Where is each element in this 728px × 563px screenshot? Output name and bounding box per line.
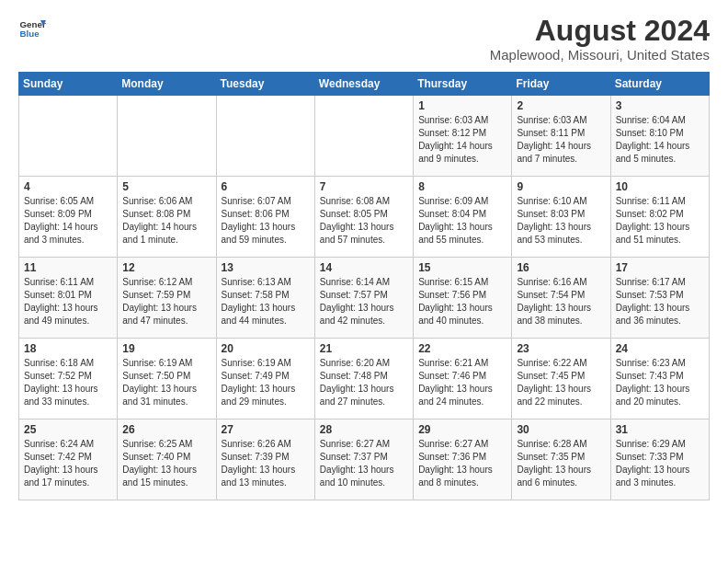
day-number: 1 — [418, 99, 506, 112]
day-number: 9 — [517, 180, 605, 193]
day-number: 30 — [517, 423, 605, 436]
svg-text:Blue: Blue — [20, 29, 40, 39]
day-info: Sunrise: 6:28 AM Sunset: 7:35 PM Dayligh… — [517, 438, 605, 489]
week-row-2: 4Sunrise: 6:05 AM Sunset: 8:09 PM Daylig… — [19, 177, 710, 258]
day-info: Sunrise: 6:04 AM Sunset: 8:10 PM Dayligh… — [616, 114, 704, 166]
day-info: Sunrise: 6:20 AM Sunset: 7:48 PM Dayligh… — [320, 357, 408, 408]
calendar-cell: 22Sunrise: 6:21 AM Sunset: 7:46 PM Dayli… — [414, 339, 512, 419]
calendar-cell: 19Sunrise: 6:19 AM Sunset: 7:50 PM Dayli… — [118, 339, 216, 419]
calendar-cell: 4Sunrise: 6:05 AM Sunset: 8:09 PM Daylig… — [19, 177, 118, 258]
header-monday: Monday — [118, 73, 216, 96]
day-info: Sunrise: 6:07 AM Sunset: 8:06 PM Dayligh… — [222, 195, 310, 247]
day-number: 29 — [418, 423, 506, 436]
calendar-cell: 17Sunrise: 6:17 AM Sunset: 7:53 PM Dayli… — [610, 258, 709, 339]
day-info: Sunrise: 6:16 AM Sunset: 7:54 PM Dayligh… — [517, 276, 605, 327]
calendar-title: August 2024 — [490, 15, 710, 47]
day-number: 26 — [122, 423, 210, 436]
day-info: Sunrise: 6:08 AM Sunset: 8:05 PM Dayligh… — [320, 195, 408, 247]
day-number: 27 — [222, 423, 310, 436]
logo: General Blue — [18, 15, 46, 42]
page-header: General Blue August 2024 Maplewood, Miss… — [18, 15, 710, 63]
week-row-3: 11Sunrise: 6:11 AM Sunset: 8:01 PM Dayli… — [19, 258, 710, 339]
day-info: Sunrise: 6:09 AM Sunset: 8:04 PM Dayligh… — [418, 195, 506, 247]
day-info: Sunrise: 6:18 AM Sunset: 7:52 PM Dayligh… — [24, 357, 112, 408]
day-number: 18 — [24, 342, 112, 355]
calendar-cell: 11Sunrise: 6:11 AM Sunset: 8:01 PM Dayli… — [19, 258, 118, 339]
logo-icon: General Blue — [18, 15, 46, 42]
day-number: 15 — [418, 261, 506, 274]
day-info: Sunrise: 6:13 AM Sunset: 7:58 PM Dayligh… — [222, 276, 310, 327]
day-number: 11 — [24, 261, 112, 274]
calendar-cell: 3Sunrise: 6:04 AM Sunset: 8:10 PM Daylig… — [610, 96, 709, 177]
day-number: 8 — [418, 180, 506, 193]
week-row-5: 25Sunrise: 6:24 AM Sunset: 7:42 PM Dayli… — [19, 419, 710, 500]
day-number: 10 — [616, 180, 704, 193]
day-info: Sunrise: 6:06 AM Sunset: 8:08 PM Dayligh… — [122, 195, 210, 247]
day-number: 21 — [320, 342, 408, 355]
calendar-cell: 2Sunrise: 6:03 AM Sunset: 8:11 PM Daylig… — [512, 96, 610, 177]
day-number: 12 — [122, 261, 210, 274]
day-number: 6 — [222, 180, 310, 193]
calendar-header-row: SundayMondayTuesdayWednesdayThursdayFrid… — [19, 73, 710, 96]
calendar-cell: 26Sunrise: 6:25 AM Sunset: 7:40 PM Dayli… — [118, 419, 216, 500]
week-row-4: 18Sunrise: 6:18 AM Sunset: 7:52 PM Dayli… — [19, 339, 710, 419]
header-friday: Friday — [512, 73, 610, 96]
calendar-cell: 6Sunrise: 6:07 AM Sunset: 8:06 PM Daylig… — [216, 177, 314, 258]
calendar-cell: 5Sunrise: 6:06 AM Sunset: 8:08 PM Daylig… — [118, 177, 216, 258]
day-number: 14 — [320, 261, 408, 274]
calendar-cell: 21Sunrise: 6:20 AM Sunset: 7:48 PM Dayli… — [314, 339, 413, 419]
day-info: Sunrise: 6:15 AM Sunset: 7:56 PM Dayligh… — [418, 276, 506, 327]
calendar-cell: 31Sunrise: 6:29 AM Sunset: 7:33 PM Dayli… — [610, 419, 709, 500]
day-info: Sunrise: 6:12 AM Sunset: 7:59 PM Dayligh… — [122, 276, 210, 327]
day-number: 7 — [320, 180, 408, 193]
day-number: 22 — [418, 342, 506, 355]
calendar-cell: 14Sunrise: 6:14 AM Sunset: 7:57 PM Dayli… — [314, 258, 413, 339]
calendar-cell — [216, 96, 314, 177]
day-info: Sunrise: 6:11 AM Sunset: 8:01 PM Dayligh… — [24, 276, 112, 327]
day-info: Sunrise: 6:25 AM Sunset: 7:40 PM Dayligh… — [122, 438, 210, 489]
day-info: Sunrise: 6:19 AM Sunset: 7:49 PM Dayligh… — [222, 357, 310, 408]
calendar-table: SundayMondayTuesdayWednesdayThursdayFrid… — [18, 72, 710, 500]
day-info: Sunrise: 6:23 AM Sunset: 7:43 PM Dayligh… — [616, 357, 704, 408]
day-number: 25 — [24, 423, 112, 436]
day-number: 5 — [122, 180, 210, 193]
day-info: Sunrise: 6:05 AM Sunset: 8:09 PM Dayligh… — [24, 195, 112, 247]
calendar-subtitle: Maplewood, Missouri, United States — [490, 47, 710, 63]
day-number: 3 — [616, 99, 704, 112]
day-number: 4 — [24, 180, 112, 193]
day-info: Sunrise: 6:21 AM Sunset: 7:46 PM Dayligh… — [418, 357, 506, 408]
header-sunday: Sunday — [19, 73, 118, 96]
calendar-cell: 16Sunrise: 6:16 AM Sunset: 7:54 PM Dayli… — [512, 258, 610, 339]
day-number: 17 — [616, 261, 704, 274]
calendar-cell: 8Sunrise: 6:09 AM Sunset: 8:04 PM Daylig… — [414, 177, 512, 258]
day-number: 24 — [616, 342, 704, 355]
header-tuesday: Tuesday — [216, 73, 314, 96]
day-info: Sunrise: 6:10 AM Sunset: 8:03 PM Dayligh… — [517, 195, 605, 247]
title-block: August 2024 Maplewood, Missouri, United … — [490, 15, 710, 63]
day-info: Sunrise: 6:26 AM Sunset: 7:39 PM Dayligh… — [222, 438, 310, 489]
day-number: 16 — [517, 261, 605, 274]
calendar-cell — [314, 96, 413, 177]
day-info: Sunrise: 6:24 AM Sunset: 7:42 PM Dayligh… — [24, 438, 112, 489]
calendar-cell: 18Sunrise: 6:18 AM Sunset: 7:52 PM Dayli… — [19, 339, 118, 419]
calendar-cell: 25Sunrise: 6:24 AM Sunset: 7:42 PM Dayli… — [19, 419, 118, 500]
calendar-cell: 1Sunrise: 6:03 AM Sunset: 8:12 PM Daylig… — [414, 96, 512, 177]
calendar-cell: 7Sunrise: 6:08 AM Sunset: 8:05 PM Daylig… — [314, 177, 413, 258]
calendar-cell: 10Sunrise: 6:11 AM Sunset: 8:02 PM Dayli… — [610, 177, 709, 258]
day-info: Sunrise: 6:27 AM Sunset: 7:36 PM Dayligh… — [418, 438, 506, 489]
day-number: 20 — [222, 342, 310, 355]
calendar-cell: 30Sunrise: 6:28 AM Sunset: 7:35 PM Dayli… — [512, 419, 610, 500]
day-number: 2 — [517, 99, 605, 112]
calendar-cell: 24Sunrise: 6:23 AM Sunset: 7:43 PM Dayli… — [610, 339, 709, 419]
calendar-cell: 12Sunrise: 6:12 AM Sunset: 7:59 PM Dayli… — [118, 258, 216, 339]
week-row-1: 1Sunrise: 6:03 AM Sunset: 8:12 PM Daylig… — [19, 96, 710, 177]
day-number: 23 — [517, 342, 605, 355]
calendar-cell: 29Sunrise: 6:27 AM Sunset: 7:36 PM Dayli… — [414, 419, 512, 500]
day-info: Sunrise: 6:19 AM Sunset: 7:50 PM Dayligh… — [122, 357, 210, 408]
day-number: 13 — [222, 261, 310, 274]
calendar-cell: 13Sunrise: 6:13 AM Sunset: 7:58 PM Dayli… — [216, 258, 314, 339]
day-info: Sunrise: 6:29 AM Sunset: 7:33 PM Dayligh… — [616, 438, 704, 489]
header-thursday: Thursday — [414, 73, 512, 96]
day-info: Sunrise: 6:17 AM Sunset: 7:53 PM Dayligh… — [616, 276, 704, 327]
calendar-cell: 28Sunrise: 6:27 AM Sunset: 7:37 PM Dayli… — [314, 419, 413, 500]
